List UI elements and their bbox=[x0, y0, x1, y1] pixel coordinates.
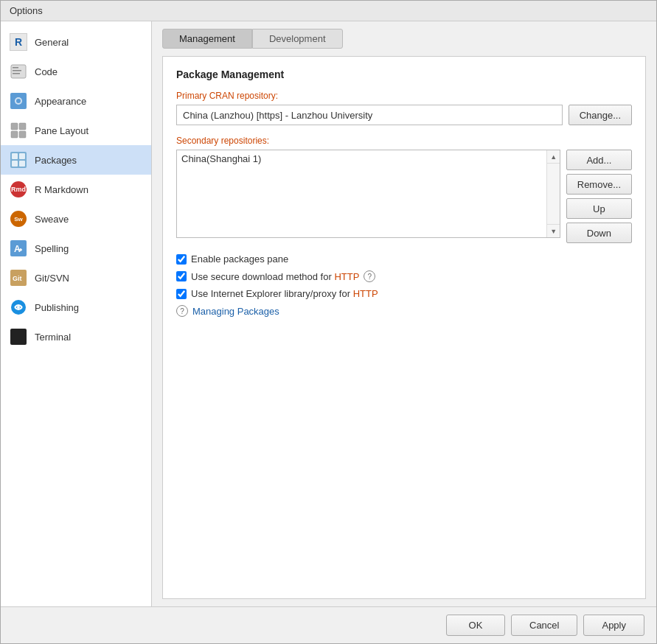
svg-rect-12 bbox=[12, 153, 18, 159]
sidebar-item-code[interactable]: Code bbox=[1, 57, 151, 86]
primary-repo-row: Change... bbox=[176, 105, 632, 125]
ok-button[interactable]: OK bbox=[446, 615, 505, 636]
tab-development[interactable]: Development bbox=[252, 29, 343, 49]
sidebar-item-r-markdown[interactable]: Rmd R Markdown bbox=[1, 175, 151, 204]
scroll-down-button[interactable]: ▼ bbox=[547, 224, 560, 237]
sidebar-item-general[interactable]: R General bbox=[1, 27, 151, 57]
code-icon bbox=[10, 63, 27, 80]
svg-point-20 bbox=[17, 306, 20, 309]
pane-icon bbox=[10, 122, 27, 139]
sidebar-label-r-markdown: R Markdown bbox=[35, 184, 88, 195]
section-title: Package Management bbox=[176, 69, 632, 80]
sidebar-item-terminal[interactable]: Terminal bbox=[1, 322, 151, 351]
ie-proxy-checkbox[interactable] bbox=[176, 289, 187, 299]
packages-icon bbox=[10, 151, 27, 169]
svg-rect-2 bbox=[13, 70, 21, 71]
sidebar-item-packages[interactable]: Packages bbox=[1, 145, 151, 175]
sidebar-label-appearance: Appearance bbox=[35, 96, 86, 107]
sidebar-label-sweave: Sweave bbox=[35, 214, 69, 225]
appearance-icon bbox=[10, 92, 27, 110]
sidebar-label-code: Code bbox=[35, 66, 58, 77]
options-dialog: Options R General Code bbox=[0, 0, 657, 644]
svg-rect-13 bbox=[19, 153, 25, 159]
sidebar-label-terminal: Terminal bbox=[35, 332, 71, 343]
tab-bar: Management Development bbox=[162, 29, 646, 49]
svg-rect-7 bbox=[11, 123, 18, 130]
enable-packages-label: Enable packages pane bbox=[191, 253, 288, 265]
down-button[interactable]: Down bbox=[566, 223, 632, 243]
dialog-titlebar: Options bbox=[1, 1, 656, 21]
sidebar-item-pane-layout[interactable]: Pane Layout bbox=[1, 116, 151, 145]
checkbox-enable-packages: Enable packages pane bbox=[176, 253, 632, 265]
svg-rect-15 bbox=[19, 161, 25, 167]
dialog-body: R General Code bbox=[1, 21, 656, 606]
enable-packages-checkbox[interactable] bbox=[176, 254, 187, 265]
sidebar-label-publishing: Publishing bbox=[35, 302, 79, 313]
svg-rect-14 bbox=[12, 161, 18, 167]
sidebar-label-general: General bbox=[35, 37, 69, 48]
secondary-list[interactable]: China(Shanghai 1) bbox=[177, 150, 546, 237]
dialog-footer: OK Cancel Apply bbox=[1, 606, 656, 643]
git-icon: Git bbox=[10, 269, 27, 287]
sweave-icon: Sw bbox=[10, 210, 27, 228]
http-highlight-1: HTTP bbox=[334, 271, 359, 282]
sidebar-item-appearance[interactable]: Appearance bbox=[1, 86, 151, 116]
cancel-button[interactable]: Cancel bbox=[511, 615, 577, 636]
spelling-icon: A bbox=[10, 239, 27, 257]
managing-packages-link[interactable]: ? Managing Packages bbox=[176, 305, 632, 317]
main-content: Management Development Package Managemen… bbox=[152, 21, 656, 606]
svg-text:Git: Git bbox=[13, 275, 22, 282]
secure-download-label: Use secure download method for HTTP bbox=[191, 271, 359, 282]
sidebar-item-sweave[interactable]: Sw Sweave bbox=[1, 204, 151, 234]
svg-rect-9 bbox=[11, 131, 18, 138]
http-highlight-2: HTTP bbox=[353, 288, 378, 299]
primary-repo-input[interactable] bbox=[176, 105, 563, 125]
sidebar-label-git-svn: Git/SVN bbox=[35, 273, 69, 284]
list-item[interactable]: China(Shanghai 1) bbox=[178, 152, 545, 166]
rmd-icon: Rmd bbox=[10, 181, 27, 198]
sidebar-item-spelling[interactable]: A Spelling bbox=[1, 234, 151, 263]
secondary-row: China(Shanghai 1) ▲ ▼ Add... Remove... U… bbox=[176, 150, 632, 243]
sidebar-item-git-svn[interactable]: Git Git/SVN bbox=[1, 263, 151, 293]
scrollbar: ▲ ▼ bbox=[546, 150, 560, 237]
svg-rect-0 bbox=[11, 65, 26, 78]
secondary-buttons: Add... Remove... Up Down bbox=[566, 150, 632, 243]
remove-button[interactable]: Remove... bbox=[566, 174, 632, 195]
secondary-repo-label: Secondary repositories: bbox=[176, 136, 632, 146]
checkbox-secure-download: Use secure download method for HTTP ? bbox=[176, 270, 632, 282]
sidebar-label-packages: Packages bbox=[35, 155, 77, 166]
help-icon-2: ? bbox=[176, 305, 188, 317]
apply-button[interactable]: Apply bbox=[583, 615, 644, 636]
publishing-icon bbox=[10, 298, 27, 316]
svg-rect-3 bbox=[13, 73, 20, 74]
terminal-icon bbox=[10, 328, 27, 346]
change-button[interactable]: Change... bbox=[569, 105, 632, 125]
content-panel: Package Management Primary CRAN reposito… bbox=[162, 56, 646, 599]
svg-rect-10 bbox=[19, 131, 26, 138]
checkbox-ie-proxy: Use Internet Explorer library/proxy for … bbox=[176, 288, 632, 299]
svg-rect-8 bbox=[19, 123, 26, 130]
dialog-title: Options bbox=[10, 5, 43, 16]
sidebar: R General Code bbox=[1, 21, 152, 606]
ie-proxy-label: Use Internet Explorer library/proxy for … bbox=[191, 288, 378, 299]
help-icon-1[interactable]: ? bbox=[364, 270, 375, 282]
svg-point-6 bbox=[16, 99, 21, 103]
secure-download-checkbox[interactable] bbox=[176, 271, 187, 281]
add-button[interactable]: Add... bbox=[566, 150, 632, 170]
managing-packages-text: Managing Packages bbox=[192, 306, 279, 317]
secondary-list-container: China(Shanghai 1) ▲ ▼ bbox=[176, 150, 560, 238]
primary-repo-label: Primary CRAN repository: bbox=[176, 91, 632, 101]
up-button[interactable]: Up bbox=[566, 198, 632, 219]
sidebar-label-pane-layout: Pane Layout bbox=[35, 125, 88, 136]
svg-rect-1 bbox=[13, 67, 18, 69]
sidebar-item-publishing[interactable]: Publishing bbox=[1, 293, 151, 322]
sidebar-label-spelling: Spelling bbox=[35, 243, 69, 254]
tab-management[interactable]: Management bbox=[162, 29, 252, 49]
svg-text:A: A bbox=[14, 244, 21, 254]
r-icon: R bbox=[10, 33, 27, 51]
secondary-section: Secondary repositories: China(Shanghai 1… bbox=[176, 136, 632, 243]
scroll-up-button[interactable]: ▲ bbox=[547, 150, 560, 164]
